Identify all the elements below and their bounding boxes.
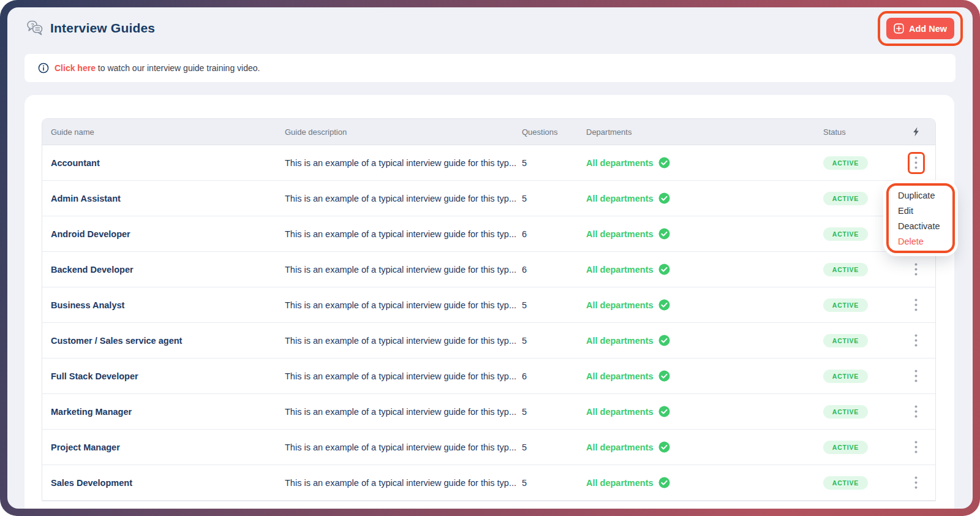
table-row: Marketing Manager This is an example of … [42, 394, 935, 430]
row-menu-kebab-button[interactable] [908, 294, 925, 316]
questions-count-cell: 5 [522, 158, 586, 168]
status-cell: ACTIVE [823, 405, 897, 419]
departments-label: All departments [586, 229, 654, 239]
departments-cell: All departments [586, 335, 823, 346]
departments-cell: All departments [586, 406, 823, 417]
add-new-annotation-ring: Add New [878, 11, 963, 46]
table-row: Customer / Sales service agent This is a… [42, 323, 935, 359]
departments-label: All departments [586, 371, 654, 381]
table-row: Project Manager This is an example of a … [42, 430, 935, 465]
table-row: Full Stack Developer This is an example … [42, 359, 935, 394]
check-circle-icon [658, 228, 670, 240]
status-cell: ACTIVE [823, 334, 897, 347]
actions-cell [897, 294, 935, 316]
guides-table: Guide name Guide description Questions D… [42, 118, 936, 501]
departments-label: All departments [586, 407, 654, 417]
status-badge: ACTIVE [823, 370, 868, 383]
row-menu-kebab-button[interactable] [908, 401, 925, 423]
departments-cell: All departments [586, 228, 823, 240]
interview-guides-icon: ? [26, 19, 44, 37]
departments-label: All departments [586, 442, 654, 452]
row-menu-kebab-button[interactable] [908, 152, 925, 174]
questions-count-cell: 5 [522, 407, 586, 417]
info-icon [38, 63, 49, 74]
table-row: Sales Development This is an example of … [42, 465, 935, 501]
actions-cell [897, 436, 935, 458]
questions-count-cell: 6 [522, 371, 586, 381]
window-frame: ? Interview Guides [0, 0, 980, 516]
row-actions-menu: Duplicate Edit Deactivate Delete [886, 183, 955, 253]
guide-description-cell: This is an example of a typical intervie… [285, 229, 522, 239]
guide-description-cell: This is an example of a typical intervie… [285, 442, 522, 452]
menu-item-delete[interactable]: Delete [898, 237, 952, 246]
row-menu-kebab-button[interactable] [908, 365, 925, 387]
questions-count-cell: 6 [522, 265, 586, 275]
table-body: Accountant This is an example of a typic… [42, 145, 935, 501]
guide-name-cell: Admin Assistant [42, 194, 285, 203]
status-cell: ACTIVE [823, 263, 897, 276]
add-new-label: Add New [909, 24, 947, 34]
status-cell: ACTIVE [823, 441, 897, 454]
status-badge: ACTIVE [823, 405, 868, 419]
row-menu-kebab-button[interactable] [908, 259, 925, 281]
check-circle-icon [658, 299, 670, 311]
check-circle-icon [658, 335, 670, 346]
actions-cell [897, 472, 935, 494]
table-row: Accountant This is an example of a typic… [42, 145, 935, 181]
questions-count-cell: 6 [522, 229, 586, 239]
departments-label: All departments [586, 194, 654, 203]
actions-cell [897, 401, 935, 423]
guide-name-cell: Project Manager [42, 442, 285, 452]
row-menu-kebab-button[interactable] [908, 436, 925, 458]
guide-description-cell: This is an example of a typical intervie… [285, 194, 522, 203]
status-cell: ACTIVE [823, 227, 897, 241]
status-badge: ACTIVE [823, 441, 868, 454]
banner-rest-text: to watch our interview guide training vi… [98, 63, 260, 73]
header-status: Status [823, 127, 897, 137]
table-row: Business Analyst This is an example of a… [42, 287, 935, 323]
departments-cell: All departments [586, 157, 823, 169]
row-menu-kebab-button[interactable] [908, 330, 925, 352]
table-row: Admin Assistant This is an example of a … [42, 181, 935, 216]
departments-label: All departments [586, 478, 654, 488]
banner-click-here-link[interactable]: Click here [55, 63, 96, 73]
actions-cell [897, 152, 935, 174]
status-badge: ACTIVE [823, 192, 868, 205]
status-cell: ACTIVE [823, 370, 897, 383]
guide-name-cell: Backend Developer [42, 265, 285, 275]
check-circle-icon [658, 157, 670, 169]
status-badge: ACTIVE [823, 298, 868, 312]
guide-description-cell: This is an example of a typical intervie… [285, 407, 522, 417]
guide-name-cell: Marketing Manager [42, 407, 285, 417]
row-menu-kebab-button[interactable] [908, 472, 925, 494]
menu-item-edit[interactable]: Edit [898, 206, 952, 216]
status-cell: ACTIVE [823, 298, 897, 312]
banner-text: Click here to watch our interview guide … [55, 63, 260, 73]
status-cell: ACTIVE [823, 156, 897, 170]
status-badge: ACTIVE [823, 227, 868, 241]
departments-label: All departments [586, 336, 654, 346]
guide-description-cell: This is an example of a typical intervie… [285, 336, 522, 346]
departments-cell: All departments [586, 441, 823, 453]
add-new-button[interactable]: Add New [886, 18, 954, 39]
guide-description-cell: This is an example of a typical intervie… [285, 478, 522, 488]
page-title: Interview Guides [50, 21, 155, 36]
plus-icon [894, 23, 904, 34]
status-badge: ACTIVE [823, 156, 868, 170]
header-departments: Departments [586, 127, 823, 137]
questions-count-cell: 5 [522, 442, 586, 452]
page-header: ? Interview Guides [7, 7, 973, 50]
training-video-banner: Click here to watch our interview guide … [24, 54, 956, 82]
check-circle-icon [658, 264, 670, 275]
header-guide-description: Guide description [285, 127, 522, 137]
menu-item-deactivate[interactable]: Deactivate [898, 221, 952, 231]
guides-card: Guide name Guide description Questions D… [24, 95, 954, 509]
menu-item-duplicate[interactable]: Duplicate [898, 191, 952, 200]
status-cell: ACTIVE [823, 192, 897, 205]
guide-name-cell: Accountant [42, 158, 285, 168]
interview-guides-page: ? Interview Guides [7, 7, 973, 509]
check-circle-icon [658, 477, 670, 488]
questions-count-cell: 5 [522, 300, 586, 310]
table-row: Backend Developer This is an example of … [42, 252, 935, 287]
actions-cell [897, 330, 935, 352]
